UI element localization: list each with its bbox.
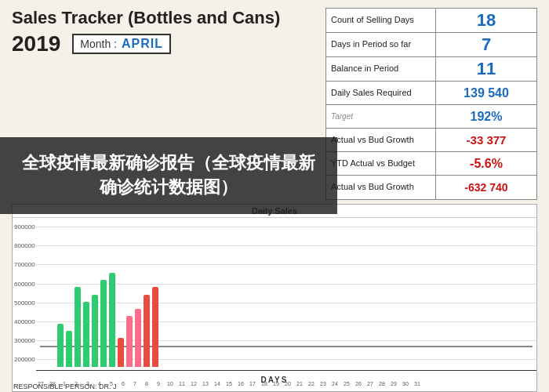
bar-day6 [100, 280, 107, 367]
x-label-27b: 27 [365, 381, 375, 387]
x-label-28b: 28 [377, 381, 387, 387]
x-axis [36, 370, 536, 371]
page-wrapper: Sales Tracker (Bottles and Cans) 2019 Mo… [0, 0, 549, 392]
year-month-row: 2019 Month : APRIL [12, 31, 310, 56]
stats-row-target-label: Target 192% [326, 105, 536, 129]
x-label-11: 11 [177, 381, 187, 387]
stats-row-6: YTD Actual vs Budget -5.6% [326, 152, 536, 176]
y-label-2: 200000 [14, 356, 35, 363]
stats-value-count: 18 [436, 9, 536, 32]
stats-value-ytd: -5.6% [436, 152, 536, 175]
chart-footer: RESPONSIBLE PERSON: DR. J [12, 381, 118, 392]
month-label-text: Month : [80, 38, 117, 50]
y-label-7: 700000 [14, 261, 35, 268]
bar-red-3 [152, 287, 158, 367]
bar-day2 [66, 331, 72, 367]
main-title: Sales Tracker (Bottles and Cans) [12, 8, 310, 28]
year-label: 2019 [12, 31, 60, 56]
x-label-15: 15 [224, 381, 234, 387]
stats-label-balance: Balance in Period [326, 57, 436, 81]
chart-section: Daily Sales 900000 800000 700000 600000 … [0, 204, 549, 392]
stats-label-target-hdr: Target [326, 105, 436, 128]
month-value: APRIL [122, 37, 163, 51]
stats-value-balance: 11 [436, 57, 536, 81]
bar-day7 [109, 273, 115, 367]
y-label-9: 900000 [14, 223, 35, 230]
bar-day4 [83, 302, 89, 367]
chart-grid: 900000 800000 700000 600000 500000 40000… [13, 218, 536, 390]
x-label-13: 13 [201, 381, 210, 387]
stats-label-ytd: YTD Actual vs Budget [326, 152, 436, 175]
y-label-6: 600000 [14, 280, 35, 287]
stats-row-4: Daily Sales Required 139 540 [326, 82, 536, 105]
bar-pink-2 [135, 309, 141, 367]
stats-row-5: Actual vs Bud Growth -33 377 [326, 129, 536, 152]
stats-label-daily: Daily Sales Required [326, 82, 436, 104]
stats-label-count: Count of Selling Days [326, 9, 436, 32]
days-axis-label: DAYS [261, 376, 289, 384]
y-label-4: 400000 [14, 318, 35, 325]
title-section: Sales Tracker (Bottles and Cans) 2019 Mo… [12, 8, 310, 56]
x-label-8: 8 [142, 381, 151, 387]
x-label-17: 17 [248, 381, 257, 387]
x-label-12: 12 [189, 381, 198, 387]
x-label-29: 29 [389, 381, 398, 387]
y-label-5: 500000 [14, 299, 35, 306]
y-label-8: 800000 [14, 242, 35, 249]
stats-value-daily: 139 540 [436, 82, 536, 104]
x-label-30: 30 [401, 381, 410, 387]
bar-red-2 [144, 295, 150, 368]
x-label-23: 23 [318, 381, 328, 387]
bar-red-1 [118, 338, 124, 367]
stats-table: Count of Selling Days 18 Days in Period … [325, 8, 537, 200]
bar-day1 [57, 324, 64, 368]
x-label-22: 22 [307, 381, 316, 387]
stats-label-days: Days in Period so far [326, 33, 436, 56]
stats-value-bud-growth2: -632 740 [436, 176, 536, 199]
overlay-banner: 全球疫情最新确诊报告（全球疫情最新确诊统计数据图） [0, 137, 337, 214]
x-label-6: 6 [118, 381, 128, 387]
stats-label-bud-growth: Actual vs Bud Growth [326, 129, 436, 151]
x-label-9: 9 [154, 381, 163, 387]
stats-label-bud-growth2: Actual vs Bud Growth [326, 176, 436, 199]
stats-row-7: Actual vs Bud Growth -632 740 [326, 176, 536, 199]
overlay-text: 全球疫情最新确诊报告（全球疫情最新确诊统计数据图） [16, 151, 322, 200]
bar-day5 [92, 295, 98, 368]
chart-area: Daily Sales 900000 800000 700000 600000 … [12, 204, 537, 392]
x-label-24: 24 [330, 381, 340, 387]
x-label-25: 25 [342, 381, 351, 387]
x-label-7: 7 [130, 381, 140, 387]
month-box: Month : APRIL [72, 34, 171, 54]
stats-value-days: 7 [436, 33, 536, 56]
bar-pink-1 [126, 316, 133, 367]
x-label-14: 14 [213, 381, 222, 387]
stats-row-1: Count of Selling Days 18 [326, 9, 536, 33]
x-label-16: 16 [236, 381, 245, 387]
stats-row-2: Days in Period so far 7 [326, 33, 536, 57]
bar-container [40, 222, 533, 367]
x-label-10: 10 [165, 381, 175, 387]
stats-value-bud-growth: -33 377 [436, 129, 536, 151]
x-label-21: 21 [295, 381, 304, 387]
y-label-3: 300000 [14, 337, 35, 344]
stats-value-target: 192% [436, 105, 536, 128]
bar-day3 [75, 287, 81, 367]
x-label-31: 31 [413, 381, 422, 387]
stats-row-3: Balance in Period 11 [326, 57, 536, 82]
x-label-26: 26 [354, 381, 363, 387]
